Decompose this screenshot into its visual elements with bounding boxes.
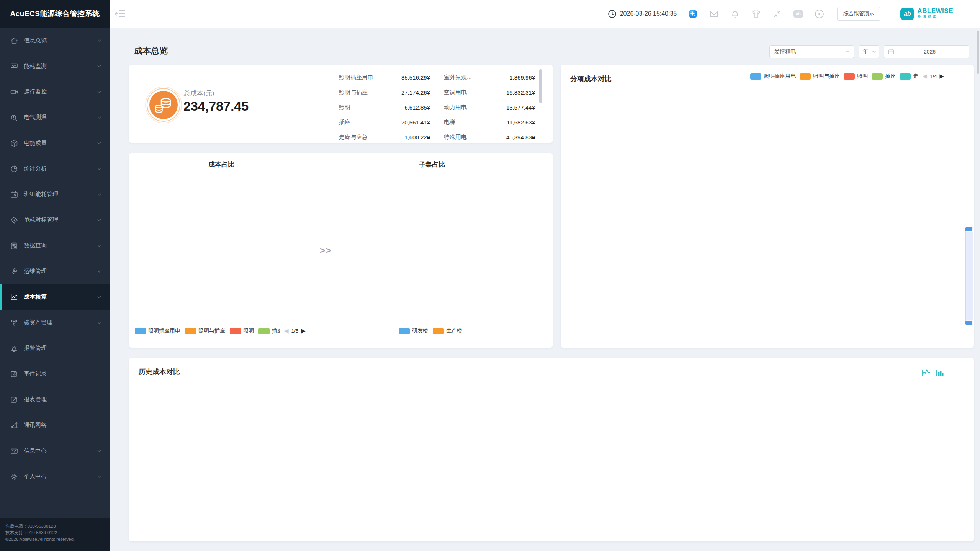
sidebar-footer: 售后电话：010-56390123技术支持：010-5639-0122©2026… [0, 518, 110, 551]
calendar-icon [888, 49, 894, 55]
sidebar-item-11[interactable]: 成本核算 [0, 284, 110, 310]
legend-item[interactable]: 研发楼 [399, 327, 428, 334]
cost-list-scrollbar[interactable] [539, 69, 542, 103]
legend-item[interactable]: 插座 [258, 327, 280, 334]
cost-item-name: 室外景观... [444, 74, 489, 81]
legend-label: 研发楼 [412, 327, 428, 334]
sidebar-item-label: 信息总览 [24, 37, 47, 44]
cost-ratio-donut-chart[interactable] [141, 170, 302, 331]
sidebar-item-label: 碳资产管理 [24, 319, 52, 326]
total-cost-icon [145, 87, 182, 123]
sidebar-item-1[interactable]: 信息总览 [0, 28, 110, 53]
sidebar-item-12[interactable]: 碳资产管理 [0, 310, 110, 335]
chart-title: 子集占比 [375, 160, 489, 169]
chevron-down-icon [97, 64, 102, 69]
sidebar-menu: 信息总览能耗监测运行监控电气测温电能质量统计分析班组能耗管理单耗对标管理数据查询… [0, 28, 110, 489]
sidebar-item-14[interactable]: 事件记录 [0, 361, 110, 387]
legend: 研发楼生产楼 [350, 327, 511, 334]
demo-mode-button[interactable]: 综合能管演示 [837, 7, 880, 21]
cost-item-value: 11,682.63¥ [489, 119, 535, 126]
cost-item-name: 照明 [339, 104, 384, 111]
sidebar-item-15[interactable]: 报表管理 [0, 387, 110, 412]
cost-list-column: 室外景观...1,869.96¥空调用电16,832.31¥动力用电13,577… [444, 70, 537, 145]
site-select[interactable]: 爱博精电 [769, 45, 854, 58]
cost-item-value: 45,394.83¥ [489, 134, 535, 141]
cost-item-value: 27,174.26¥ [384, 89, 430, 96]
legend-item[interactable]: 照明 [230, 327, 254, 334]
sidebar-collapse-icon[interactable] [115, 8, 126, 19]
sidebar-item-18[interactable]: 个人中心 [0, 464, 110, 489]
sidebar-item-4[interactable]: 电气测温 [0, 105, 110, 130]
sidebar-item-label: 运维管理 [24, 268, 47, 275]
cost-ratio-card: 成本占比 子集占比 >> 照明插座用电照明与插座照明插座◀1/5▶ 研发楼生产楼 [129, 153, 553, 348]
theme-skin-icon[interactable] [751, 9, 761, 19]
cost-item-name: 照明插座用电 [339, 74, 384, 81]
sidebar-item-17[interactable]: 信息中心 [0, 438, 110, 464]
chevron-down-icon [97, 269, 102, 274]
logo-text: ABLEWISE [917, 8, 953, 14]
footer-line: 技术支持：010-5639-0122 [5, 530, 110, 536]
subitem-cost-chart[interactable] [561, 65, 974, 348]
sidebar-item-label: 个人中心 [24, 473, 47, 480]
site-select-value: 爱博精电 [774, 48, 796, 55]
cost-list-row: 电梯11,682.63¥ [444, 115, 537, 130]
pager-next-icon[interactable]: ▶ [301, 327, 306, 334]
window-scrollbar[interactable] [977, 31, 979, 74]
legend-item[interactable]: 照明插座用电 [135, 327, 180, 334]
cost-list-row: 照明插座用电35,516.29¥ [339, 70, 432, 85]
cost-item-value: 35,516.29¥ [384, 74, 430, 81]
cost-item-value: 13,577.44¥ [489, 104, 535, 111]
footer-line: ©2026 Ablewise,All rights reserved. [5, 536, 110, 543]
sidebar-item-2[interactable]: 能耗监测 [0, 53, 110, 79]
ai-assistant-icon[interactable] [688, 9, 698, 19]
cost-list-row: 空调用电16,832.31¥ [444, 85, 537, 100]
sidebar-item-7[interactable]: 班组能耗管理 [0, 181, 110, 207]
sidebar-item-8[interactable]: 单耗对标管理 [0, 207, 110, 233]
cost-item-name: 电梯 [444, 119, 489, 126]
cost-item-name: 特殊用电 [444, 134, 489, 141]
history-cost-chart[interactable] [129, 358, 974, 541]
drill-arrow[interactable]: >> [320, 245, 332, 256]
ab-badge-icon[interactable]: ab [793, 9, 803, 19]
pager-prev-icon[interactable]: ◀ [284, 327, 289, 334]
sidebar-item-label: 电气测温 [24, 114, 47, 121]
sidebar-item-16[interactable]: 通讯网络 [0, 412, 110, 438]
year-picker[interactable]: 2026 [884, 45, 969, 58]
sidebar-item-6[interactable]: 统计分析 [0, 156, 110, 181]
chevron-down-icon [97, 294, 102, 300]
cost-list-row: 动力用电13,577.44¥ [444, 100, 537, 115]
sidebar-item-13[interactable]: 报警管理 [0, 335, 110, 361]
sidebar-item-label: 报表管理 [24, 396, 47, 403]
chevron-down-icon [97, 448, 102, 454]
legend-item[interactable]: 照明与插座 [185, 327, 225, 334]
collapse-screen-icon[interactable] [772, 9, 782, 19]
cost-item-value: 20,561.41¥ [384, 119, 430, 126]
legend-item[interactable]: 生产楼 [433, 327, 462, 334]
chevron-down-icon [97, 217, 102, 223]
mail-icon[interactable] [709, 9, 719, 19]
legend-swatch [433, 328, 444, 334]
play-demo-icon[interactable] [815, 9, 824, 19]
datazoom-slider[interactable] [965, 227, 973, 325]
cost-list-row: 插座20,561.41¥ [339, 115, 432, 130]
legend-label: 照明与插座 [198, 327, 225, 334]
chevron-down-icon [97, 320, 102, 325]
sidebar-item-5[interactable]: 电能质量 [0, 130, 110, 156]
chart-title: 成本占比 [164, 160, 279, 169]
chevron-down-icon [97, 192, 102, 197]
total-cost-label: 总成本(元) [184, 89, 214, 98]
cost-list-row: 走廊与应急1,600.22¥ [339, 130, 432, 145]
sidebar-item-10[interactable]: 运维管理 [0, 258, 110, 284]
bell-icon[interactable] [730, 9, 740, 19]
cost-item-name: 走廊与应急 [339, 134, 384, 141]
sidebar-item-3[interactable]: 运行监控 [0, 79, 110, 105]
cost-item-name: 插座 [339, 119, 384, 126]
footer-line: 售后电话：010-56390123 [5, 523, 110, 530]
clock-icon [607, 9, 617, 19]
legend-swatch [258, 328, 270, 334]
legend-label: 照明 [243, 327, 254, 334]
period-select[interactable]: 年 [859, 45, 879, 58]
subset-ratio-donut-chart[interactable] [350, 170, 511, 331]
sidebar-item-9[interactable]: 数据查询 [0, 233, 110, 258]
sidebar: AcuECS能源综合管控系统 信息总览能耗监测运行监控电气测温电能质量统计分析班… [0, 0, 110, 551]
